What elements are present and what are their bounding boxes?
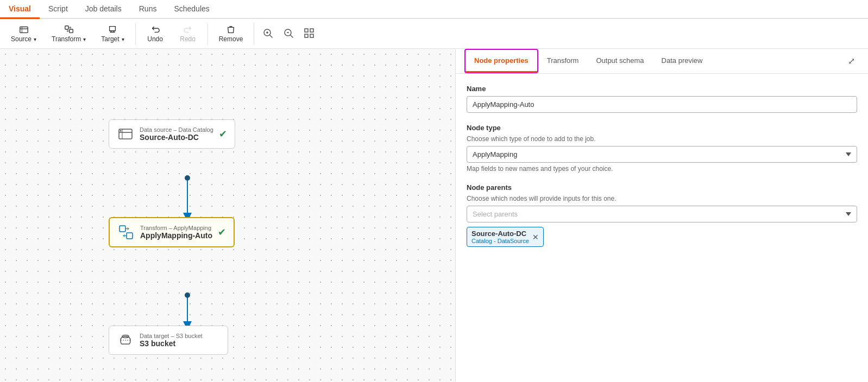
tab-job-details[interactable]: Job details	[77, 0, 130, 19]
main-area: Data source – Data Catalog Source-Auto-D…	[0, 49, 868, 382]
target-icon	[108, 24, 117, 34]
toolbar-divider-3	[254, 23, 254, 44]
tab-visual[interactable]: Visual	[0, 0, 40, 19]
target-node-name: S3 bucket	[140, 339, 220, 348]
svg-line-12	[291, 35, 293, 37]
target-button[interactable]: Target ▾	[95, 22, 130, 45]
transform-label: Transform	[52, 35, 81, 43]
name-field-section: Name	[467, 85, 857, 113]
node-parents-label: Node parents	[467, 183, 857, 192]
source-node-check: ✔	[219, 128, 227, 140]
svg-rect-4	[70, 29, 73, 33]
remove-button[interactable]: Remove	[212, 22, 250, 45]
transform-node-name: ApplyMapping-Auto	[140, 231, 212, 240]
target-node-icon	[117, 332, 134, 349]
svg-rect-15	[305, 34, 308, 37]
node-type-select-wrapper: ApplyMapping	[467, 146, 857, 163]
remove-icon	[226, 24, 236, 34]
redo-icon	[183, 24, 193, 34]
node-parents-field-section: Node parents Choose which nodes will pro…	[467, 183, 857, 247]
source-node-icon	[117, 125, 134, 143]
name-field-label: Name	[467, 85, 857, 93]
redo-button[interactable]: Redo	[173, 22, 203, 45]
svg-rect-3	[65, 26, 68, 29]
canvas[interactable]: Data source – Data Catalog Source-Auto-D…	[0, 49, 455, 382]
remove-parent-tag-button[interactable]: ✕	[532, 233, 539, 241]
source-button[interactable]: Source ▾	[4, 22, 43, 45]
node-parents-sublabel: Choose which nodes will provide inputs f…	[467, 195, 857, 202]
parent-tag-text: Source-Auto-DC Catalog - DataSource	[471, 230, 529, 244]
transform-chevron: ▾	[83, 36, 86, 42]
tab-data-preview[interactable]: Data preview	[653, 50, 712, 73]
svg-line-9	[270, 35, 272, 37]
zoom-in-button[interactable]	[259, 24, 277, 44]
target-chevron: ▾	[122, 36, 124, 42]
svg-rect-0	[20, 27, 27, 33]
transform-node[interactable]: Transform – ApplyMapping ApplyMapping-Au…	[109, 217, 235, 247]
source-node[interactable]: Data source – Data Catalog Source-Auto-D…	[109, 119, 235, 149]
svg-rect-16	[310, 34, 313, 37]
source-node-text: Data source – Data Catalog Source-Auto-D…	[140, 126, 213, 142]
redo-label: Redo	[180, 35, 196, 43]
transform-node-text: Transform – ApplyMapping ApplyMapping-Au…	[140, 225, 212, 240]
transform-button[interactable]: Transform ▾	[45, 22, 92, 45]
target-label: Target	[101, 35, 119, 43]
node-type-select[interactable]: ApplyMapping	[467, 146, 857, 163]
undo-label: Undo	[147, 35, 163, 43]
select-parents[interactable]: Select parents	[467, 206, 857, 222]
source-icon	[19, 24, 29, 34]
tab-schedules[interactable]: Schedules	[165, 0, 218, 19]
svg-rect-25	[119, 226, 125, 232]
svg-rect-13	[305, 29, 308, 32]
tab-transform[interactable]: Transform	[538, 50, 588, 73]
zoom-out-button[interactable]	[279, 24, 298, 44]
source-chevron: ▾	[34, 36, 36, 42]
toolbar: Source ▾ Transform ▾ Target ▾	[0, 19, 868, 49]
svg-rect-26	[127, 233, 133, 239]
source-node-name: Source-Auto-DC	[140, 133, 213, 142]
transform-node-icon	[117, 224, 135, 241]
source-label: Source	[11, 35, 32, 43]
top-nav: Visual Script Job details Runs Schedules	[0, 0, 868, 19]
zoom-in-icon	[263, 28, 273, 38]
fit-view-icon	[304, 28, 314, 38]
transform-node-check: ✔	[218, 226, 226, 238]
undo-button[interactable]: Undo	[140, 22, 171, 45]
expand-panel-button[interactable]: ⤢	[844, 52, 859, 71]
source-node-label: Data source – Data Catalog	[140, 126, 213, 133]
fit-view-button[interactable]	[300, 24, 318, 44]
undo-icon	[150, 24, 160, 34]
tab-node-properties[interactable]: Node properties	[466, 50, 537, 73]
panel-content: Name Node type Choose which type of node…	[456, 74, 868, 382]
svg-point-20	[185, 292, 190, 298]
select-parents-wrapper: Select parents	[467, 206, 857, 222]
tab-runs[interactable]: Runs	[130, 0, 166, 19]
remove-label: Remove	[219, 35, 243, 43]
name-input[interactable]	[467, 96, 857, 113]
transform-node-label: Transform – ApplyMapping	[140, 225, 212, 231]
parent-tag-source-auto-dc: Source-Auto-DC Catalog - DataSource ✕	[467, 227, 544, 247]
tab-output-schema[interactable]: Output schema	[587, 50, 652, 73]
parent-tag-name: Source-Auto-DC	[471, 230, 529, 238]
node-type-label: Node type	[467, 124, 857, 132]
node-type-field-section: Node type Choose which type of node to a…	[467, 124, 857, 173]
target-node-label: Data target – S3 bucket	[140, 333, 220, 339]
toolbar-divider-2	[207, 23, 208, 44]
svg-rect-14	[310, 29, 313, 32]
transform-icon	[64, 24, 74, 34]
target-node[interactable]: Data target – S3 bucket S3 bucket	[109, 326, 228, 355]
tab-script[interactable]: Script	[40, 0, 77, 19]
zoom-out-icon	[284, 28, 293, 38]
node-type-sublabel: Choose which type of node to add to the …	[467, 135, 857, 143]
target-node-text: Data target – S3 bucket S3 bucket	[140, 333, 220, 348]
svg-point-24	[120, 130, 122, 132]
parent-tag-sublabel: Catalog - DataSource	[471, 238, 529, 244]
svg-point-19	[185, 175, 190, 181]
node-properties-tab-wrapper: Node properties	[464, 49, 538, 73]
toolbar-divider-1	[135, 23, 136, 44]
right-panel: Node properties Transform Output schema …	[455, 49, 868, 382]
panel-tabs: Node properties Transform Output schema …	[456, 49, 868, 74]
node-type-description: Map fields to new names and types of you…	[467, 165, 857, 173]
